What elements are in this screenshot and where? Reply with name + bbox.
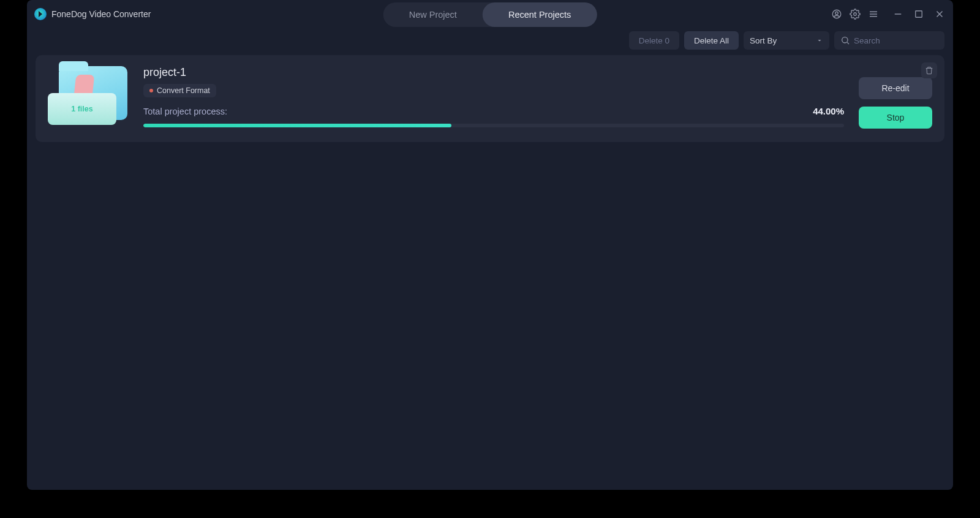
- project-actions: Re-edit Stop: [859, 77, 932, 129]
- maximize-button[interactable]: [913, 8, 925, 20]
- files-count-label: 1 files: [71, 105, 92, 113]
- tab-recent-projects[interactable]: Recent Projects: [483, 2, 597, 27]
- project-tag-label: Convert Format: [157, 86, 210, 95]
- svg-rect-7: [916, 11, 922, 18]
- minimize-button[interactable]: [892, 8, 904, 20]
- search-icon: [840, 36, 850, 45]
- search-input[interactable]: [854, 36, 938, 45]
- window-controls: [892, 8, 946, 20]
- svg-point-2: [854, 13, 857, 16]
- progress-fill: [143, 124, 451, 127]
- titlebar: FoneDog Video Converter New Project Rece…: [27, 0, 953, 28]
- project-tag: Convert Format: [143, 84, 216, 97]
- project-info: project-1 Convert Format Total project p…: [143, 66, 844, 127]
- app-title: FoneDog Video Converter: [51, 9, 151, 19]
- brand: FoneDog Video Converter: [34, 8, 151, 20]
- progress-row: Total project process: 44.00%: [143, 106, 844, 116]
- reedit-button[interactable]: Re-edit: [859, 77, 932, 99]
- app-window: FoneDog Video Converter New Project Rece…: [27, 0, 953, 490]
- delete-project-button[interactable]: [921, 62, 937, 78]
- progress-percent: 44.00%: [813, 106, 844, 116]
- settings-icon[interactable]: [849, 8, 861, 20]
- project-name: project-1: [143, 66, 844, 79]
- delete-all-button[interactable]: Delete All: [684, 31, 739, 50]
- sort-by-dropdown[interactable]: Sort By: [744, 31, 829, 50]
- close-button[interactable]: [933, 8, 946, 20]
- svg-point-1: [835, 12, 839, 15]
- toolbar: Delete 0 Delete All Sort By: [27, 28, 953, 55]
- tab-new-project[interactable]: New Project: [383, 2, 483, 27]
- project-card: 1 files project-1 Convert Format Total p…: [36, 55, 944, 142]
- svg-point-10: [842, 37, 848, 43]
- stop-button[interactable]: Stop: [859, 107, 932, 129]
- project-thumbnail: 1 files: [48, 66, 129, 125]
- trash-icon: [925, 66, 933, 75]
- top-tabs: New Project Recent Projects: [383, 2, 597, 27]
- titlebar-right: [831, 8, 946, 20]
- folder-front: 1 files: [48, 93, 116, 125]
- delete-selected-button[interactable]: Delete 0: [629, 31, 679, 50]
- status-dot-icon: [149, 89, 153, 92]
- app-logo-icon: [34, 8, 47, 20]
- menu-icon[interactable]: [867, 8, 880, 20]
- account-icon[interactable]: [831, 8, 843, 20]
- sort-by-label: Sort By: [750, 36, 777, 45]
- progress-label: Total project process:: [143, 107, 227, 116]
- progress-bar: [143, 124, 844, 127]
- search-field[interactable]: [834, 31, 944, 50]
- svg-line-11: [847, 42, 849, 44]
- chevron-down-icon: [816, 37, 823, 44]
